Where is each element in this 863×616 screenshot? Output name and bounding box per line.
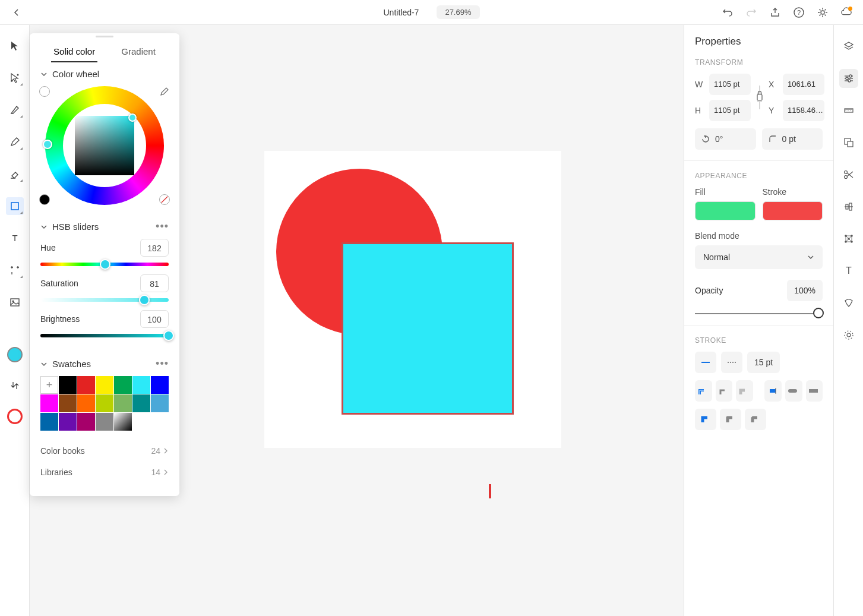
zoom-level[interactable]: 27.69%: [437, 5, 479, 19]
svg-point-26: [844, 176, 847, 179]
swatch-cell[interactable]: [59, 394, 77, 412]
join-round[interactable]: [720, 409, 741, 430]
swatch-cell[interactable]: [114, 376, 132, 394]
white-swatch[interactable]: [39, 86, 50, 97]
x-input[interactable]: 1061.61 pt: [783, 74, 824, 95]
text-tool[interactable]: T: [6, 229, 24, 247]
hsb-sliders-section-header[interactable]: HSB sliders •••: [40, 220, 169, 233]
scissors-button[interactable]: [839, 165, 858, 184]
swatch-cell[interactable]: [132, 376, 150, 394]
opacity-input[interactable]: 100%: [787, 280, 823, 301]
stroke-width-input[interactable]: 15 pt: [747, 352, 780, 373]
eyedropper-button[interactable]: [159, 86, 170, 99]
hue-slider[interactable]: [40, 263, 169, 266]
blend-mode-select[interactable]: Normal: [695, 245, 823, 269]
width-input[interactable]: 1105 pt: [709, 74, 751, 95]
swatch-cell[interactable]: [77, 376, 95, 394]
repeat-button[interactable]: [839, 293, 858, 312]
artboard-tool[interactable]: [6, 261, 24, 279]
swatch-cell[interactable]: [77, 413, 95, 431]
pencil-tool[interactable]: [6, 133, 24, 151]
help-button[interactable]: ?: [793, 7, 805, 18]
type-panel-button[interactable]: T: [839, 261, 858, 280]
panel-drag-handle[interactable]: [30, 33, 179, 39]
black-swatch[interactable]: [39, 194, 50, 205]
height-input[interactable]: 1105 pt: [709, 100, 751, 121]
hue-value-input[interactable]: 182: [140, 239, 169, 257]
color-books-row[interactable]: Color books 24: [40, 440, 169, 462]
stroke-color-indicator[interactable]: [7, 409, 23, 424]
back-button[interactable]: [11, 7, 23, 18]
join-bevel[interactable]: [745, 409, 766, 430]
eraser-tool[interactable]: [6, 165, 24, 183]
solid-color-tab[interactable]: Solid color: [51, 42, 97, 62]
swatch-cell[interactable]: [40, 394, 58, 412]
none-swatch[interactable]: [159, 194, 170, 205]
stroke-dashed-button[interactable]: [721, 352, 742, 373]
cap-square[interactable]: [806, 380, 823, 402]
swatch-cell[interactable]: [77, 394, 95, 412]
opacity-slider-thumb[interactable]: [813, 308, 824, 318]
swatch-cell[interactable]: [96, 394, 113, 412]
stroke-solid-button[interactable]: [695, 352, 716, 373]
brightness-slider[interactable]: [40, 334, 169, 337]
share-button[interactable]: [769, 7, 781, 18]
hsb-more-button[interactable]: •••: [156, 220, 169, 233]
swatch-cell[interactable]: [40, 413, 58, 431]
fill-swatch[interactable]: [695, 201, 755, 220]
add-swatch-button[interactable]: +: [40, 376, 58, 394]
swatch-cell[interactable]: [114, 413, 132, 431]
properties-panel-button[interactable]: [839, 69, 858, 88]
precision-panel-button[interactable]: [839, 101, 858, 120]
swatch-cell[interactable]: [151, 394, 169, 412]
swatches-more-button[interactable]: •••: [156, 358, 169, 370]
place-image-tool[interactable]: [6, 293, 24, 311]
rotation-input[interactable]: 0°: [695, 128, 756, 150]
saturation-value-input[interactable]: 81: [140, 274, 169, 292]
swatch-cell[interactable]: [59, 376, 77, 394]
opacity-slider[interactable]: [695, 313, 823, 314]
redo-button[interactable]: [745, 7, 757, 18]
swatch-cell[interactable]: [114, 394, 132, 412]
cap-round[interactable]: [785, 380, 802, 402]
object-settings-button[interactable]: [839, 326, 858, 345]
cloud-sync-button[interactable]: [840, 7, 852, 18]
color-wheel-section-header[interactable]: Color wheel: [40, 69, 169, 79]
libraries-row[interactable]: Libraries 14: [40, 462, 169, 483]
settings-button[interactable]: [817, 7, 829, 18]
direct-select-tool[interactable]: [6, 69, 24, 87]
swatch-cell[interactable]: [96, 413, 113, 431]
join-miter[interactable]: [695, 409, 716, 430]
stroke-swatch-prop[interactable]: [763, 201, 823, 220]
artboard[interactable]: [264, 151, 561, 448]
fill-color-indicator[interactable]: [7, 347, 23, 362]
saturation-slider[interactable]: [40, 298, 169, 302]
swatch-cell[interactable]: [132, 394, 150, 412]
color-panel[interactable]: Solid color Gradient Color wheel: [30, 33, 179, 496]
swatch-cell[interactable]: [151, 376, 169, 394]
path-panel-button[interactable]: [839, 229, 858, 248]
y-input[interactable]: 1158.46…: [783, 100, 824, 121]
combine-shapes-button[interactable]: [839, 133, 858, 152]
stroke-align-outside[interactable]: [736, 380, 753, 402]
swap-fill-stroke[interactable]: [6, 377, 24, 394]
gradient-tab[interactable]: Gradient: [119, 42, 158, 62]
layers-panel-button[interactable]: [839, 37, 858, 56]
undo-button[interactable]: [722, 7, 734, 18]
select-tool[interactable]: [6, 37, 24, 55]
align-panel-button[interactable]: [839, 197, 858, 216]
cap-butt[interactable]: [764, 380, 782, 402]
lock-aspect-icon[interactable]: [754, 83, 765, 112]
stroke-align-center[interactable]: [695, 380, 712, 402]
corner-radius-input[interactable]: 0 pt: [762, 128, 823, 150]
cyan-square-shape[interactable]: [342, 242, 514, 415]
shape-tool[interactable]: [6, 197, 24, 215]
saturation-brightness-square[interactable]: [75, 116, 134, 175]
swatch-cell[interactable]: [59, 413, 77, 431]
swatches-section-header[interactable]: Swatches •••: [40, 358, 169, 370]
pen-tool[interactable]: [6, 101, 24, 119]
brightness-value-input[interactable]: 100: [140, 310, 169, 328]
svg-point-4: [11, 80, 12, 82]
swatch-cell[interactable]: [96, 376, 113, 394]
stroke-align-inside[interactable]: [716, 380, 733, 402]
